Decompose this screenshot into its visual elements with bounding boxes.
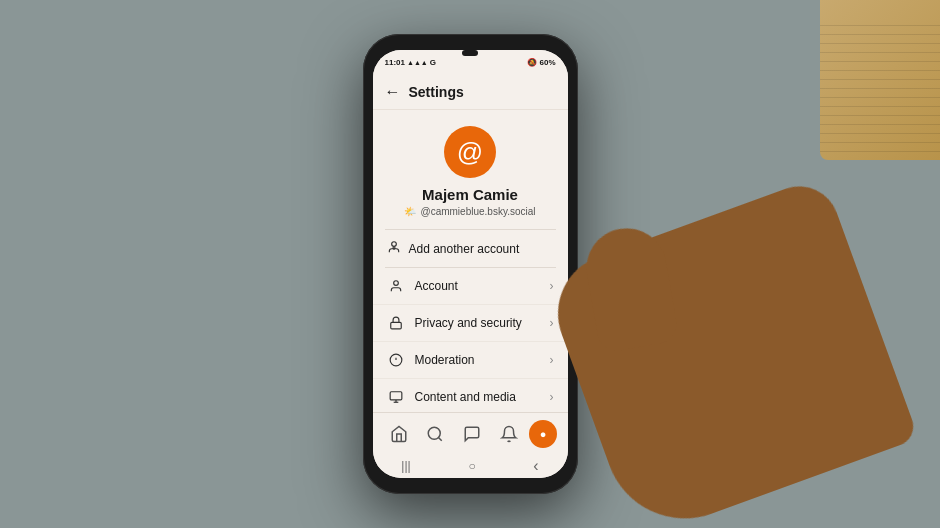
- system-nav-bar: ||| ○ ‹: [373, 454, 568, 478]
- svg-line-18: [439, 437, 442, 440]
- svg-point-0: [391, 242, 396, 247]
- phone-device: 11:01 ▲▲▲ G 🔕 60% ← Settings @ Majem Cam…: [363, 34, 578, 494]
- volume-icon: 🔕: [527, 58, 537, 67]
- back-button[interactable]: ←: [385, 83, 401, 101]
- menu-item-account[interactable]: Account ›: [373, 268, 568, 305]
- content-label: Content and media: [415, 390, 550, 404]
- app-header: ← Settings: [373, 74, 568, 110]
- moderation-chevron: ›: [550, 353, 554, 367]
- privacy-chevron: ›: [550, 316, 554, 330]
- time-display: 11:01: [385, 58, 405, 67]
- account-icon: [387, 277, 405, 295]
- menu-item-content[interactable]: Content and media ›: [373, 379, 568, 412]
- content-chevron: ›: [550, 390, 554, 404]
- svg-point-17: [429, 427, 441, 439]
- menu-item-privacy[interactable]: Privacy and security ›: [373, 305, 568, 342]
- svg-rect-4: [390, 322, 401, 328]
- settings-menu-list: Account › Privacy and security ›: [373, 268, 568, 412]
- profile-handle-row: 🌤️ @cammieblue.bsky.social: [404, 206, 535, 217]
- phone-screen: 11:01 ▲▲▲ G 🔕 60% ← Settings @ Majem Cam…: [373, 50, 568, 478]
- svg-rect-8: [390, 392, 402, 400]
- profile-name: Majem Camie: [422, 186, 518, 203]
- status-left: 11:01 ▲▲▲ G: [385, 58, 437, 67]
- add-account-icon: [387, 240, 401, 257]
- sun-icon: 🌤️: [404, 206, 416, 217]
- moderation-icon: [387, 351, 405, 369]
- privacy-label: Privacy and security: [415, 316, 550, 330]
- nav-home[interactable]: [383, 418, 415, 450]
- home-button[interactable]: ○: [468, 459, 475, 473]
- status-right: 🔕 60%: [527, 58, 555, 67]
- page-title: Settings: [409, 84, 464, 100]
- add-account-label: Add another account: [409, 242, 520, 256]
- avatar-symbol: @: [457, 139, 483, 165]
- profile-section: @ Majem Camie 🌤️ @cammieblue.bsky.social: [373, 110, 568, 229]
- svg-point-3: [393, 281, 398, 286]
- nav-profile[interactable]: ●: [529, 420, 557, 448]
- account-chevron: ›: [550, 279, 554, 293]
- profile-nav-icon: ●: [540, 428, 547, 440]
- menu-item-moderation[interactable]: Moderation ›: [373, 342, 568, 379]
- recent-apps-button[interactable]: |||: [401, 459, 410, 473]
- add-account-row[interactable]: Add another account: [373, 230, 568, 267]
- profile-handle: @cammieblue.bsky.social: [420, 206, 535, 217]
- nav-search[interactable]: [419, 418, 451, 450]
- avatar[interactable]: @: [444, 126, 496, 178]
- wifi-icon: G: [430, 58, 436, 67]
- back-nav-button[interactable]: ‹: [533, 457, 538, 475]
- nav-messages[interactable]: [456, 418, 488, 450]
- corner-decoration: [820, 0, 940, 160]
- signal-icon: ▲▲▲: [407, 59, 428, 66]
- privacy-icon: [387, 314, 405, 332]
- battery-level: 60%: [539, 58, 555, 67]
- moderation-label: Moderation: [415, 353, 550, 367]
- content-icon: [387, 388, 405, 406]
- phone-notch: [462, 50, 478, 56]
- bottom-nav: ●: [373, 412, 568, 454]
- account-label: Account: [415, 279, 550, 293]
- nav-notifications[interactable]: [493, 418, 525, 450]
